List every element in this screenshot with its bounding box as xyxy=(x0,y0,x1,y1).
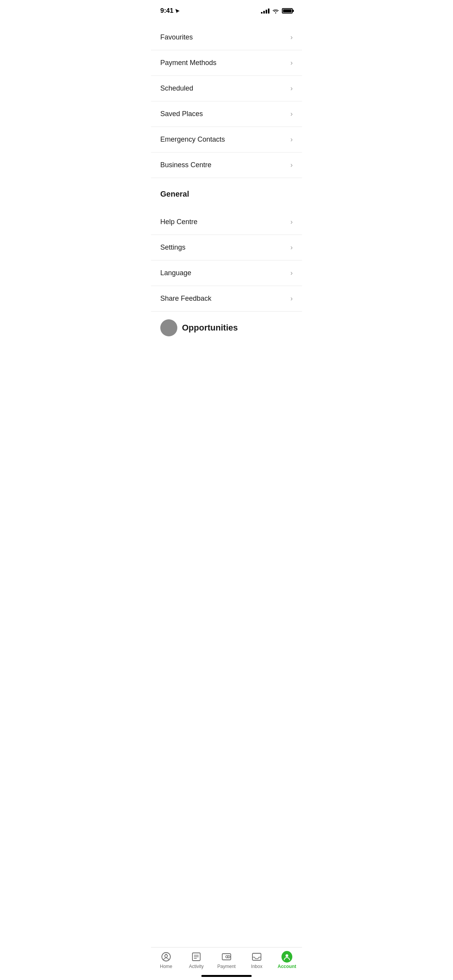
status-time: 9:41 xyxy=(160,7,180,15)
menu-item-language[interactable]: Language › xyxy=(151,260,302,286)
wifi-icon xyxy=(272,8,279,14)
signal-icon xyxy=(261,8,269,14)
battery-icon xyxy=(282,8,293,14)
menu-item-share-feedback[interactable]: Share Feedback › xyxy=(151,286,302,312)
chevron-right-icon: › xyxy=(290,135,293,144)
chevron-right-icon: › xyxy=(290,59,293,67)
menu-item-emergency-contacts[interactable]: Emergency Contacts › xyxy=(151,127,302,152)
menu-list: Favourites › Payment Methods › Scheduled… xyxy=(151,25,302,178)
chevron-right-icon: › xyxy=(290,269,293,277)
menu-item-saved-places[interactable]: Saved Places › xyxy=(151,101,302,127)
chevron-right-icon: › xyxy=(290,84,293,93)
status-bar: 9:41 xyxy=(151,0,302,19)
chevron-right-icon: › xyxy=(290,110,293,118)
location-arrow-icon xyxy=(175,9,180,14)
menu-item-settings[interactable]: Settings › xyxy=(151,235,302,260)
chevron-right-icon: › xyxy=(290,161,293,169)
menu-item-business-centre[interactable]: Business Centre › xyxy=(151,152,302,178)
status-icons xyxy=(261,8,293,14)
chevron-right-icon: › xyxy=(290,33,293,41)
chevron-right-icon: › xyxy=(290,295,293,303)
opportunities-icon xyxy=(160,319,177,336)
section-header-general: General xyxy=(151,178,302,204)
chevron-right-icon: › xyxy=(290,243,293,252)
opportunities-label: Opportunities xyxy=(182,323,238,333)
opportunities-section: Opportunities xyxy=(151,312,302,340)
general-menu-list: Help Centre › Settings › Language › Shar… xyxy=(151,209,302,312)
menu-item-favourites[interactable]: Favourites › xyxy=(151,25,302,50)
menu-item-payment-methods[interactable]: Payment Methods › xyxy=(151,50,302,76)
menu-item-scheduled[interactable]: Scheduled › xyxy=(151,76,302,101)
chevron-right-icon: › xyxy=(290,218,293,226)
menu-item-help-centre[interactable]: Help Centre › xyxy=(151,209,302,235)
